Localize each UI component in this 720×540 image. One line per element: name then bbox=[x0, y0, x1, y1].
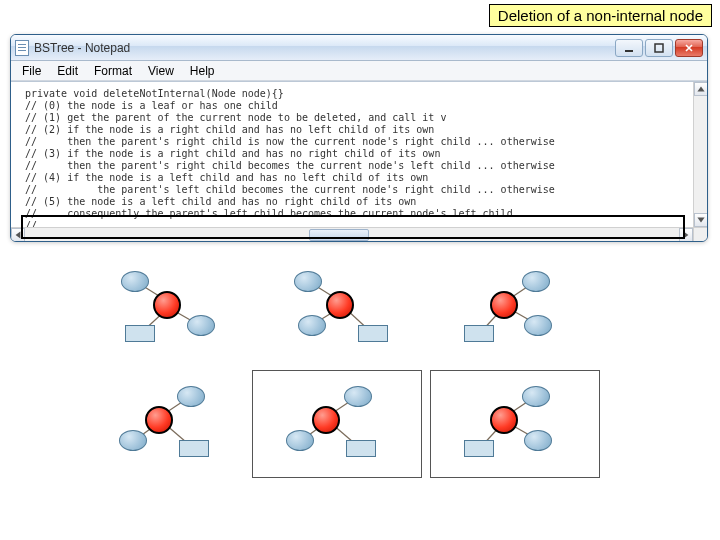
child-node bbox=[524, 315, 552, 336]
editor-area[interactable]: private void deleteNotInternal(Node node… bbox=[11, 81, 707, 227]
window-title: BSTree - Notepad bbox=[34, 41, 615, 55]
scroll-up-button[interactable] bbox=[694, 82, 707, 96]
parent-node bbox=[177, 386, 205, 407]
child-node bbox=[286, 430, 314, 451]
notepad-icon bbox=[15, 40, 29, 56]
horizontal-scrollbar[interactable] bbox=[11, 227, 693, 241]
menu-file[interactable]: File bbox=[15, 63, 48, 79]
deleted-node bbox=[490, 291, 518, 319]
child-node bbox=[524, 430, 552, 451]
parent-node bbox=[121, 271, 149, 292]
slide-title: Deletion of a non-internal node bbox=[489, 4, 712, 27]
minimize-button[interactable] bbox=[615, 39, 643, 57]
parent-node bbox=[344, 386, 372, 407]
deleted-node bbox=[145, 406, 173, 434]
notepad-window: BSTree - Notepad File Edit Format View H… bbox=[10, 34, 708, 242]
close-button[interactable] bbox=[675, 39, 703, 57]
scroll-down-button[interactable] bbox=[694, 213, 707, 227]
child-node bbox=[187, 315, 215, 336]
deleted-node bbox=[153, 291, 181, 319]
tree-case-4 bbox=[440, 265, 590, 355]
parent-node bbox=[522, 386, 550, 407]
leaf-node bbox=[358, 325, 388, 342]
titlebar[interactable]: BSTree - Notepad bbox=[11, 35, 707, 61]
tree-case-5c bbox=[440, 380, 590, 470]
leaf-node bbox=[125, 325, 155, 342]
scroll-left-button[interactable] bbox=[11, 228, 25, 242]
svg-rect-1 bbox=[655, 44, 663, 52]
menu-edit[interactable]: Edit bbox=[50, 63, 85, 79]
tree-case-5b bbox=[262, 380, 412, 470]
menubar: File Edit Format View Help bbox=[11, 61, 707, 81]
tree-case-3 bbox=[268, 265, 418, 355]
parent-node bbox=[294, 271, 322, 292]
svg-rect-0 bbox=[625, 50, 633, 52]
deleted-node bbox=[312, 406, 340, 434]
tree-case-2 bbox=[95, 265, 245, 355]
child-node bbox=[119, 430, 147, 451]
leaf-node bbox=[346, 440, 376, 457]
leaf-node bbox=[464, 440, 494, 457]
deleted-node bbox=[326, 291, 354, 319]
tree-case-5a bbox=[95, 380, 245, 470]
window-controls bbox=[615, 39, 703, 57]
scroll-thumb[interactable] bbox=[309, 229, 369, 241]
maximize-button[interactable] bbox=[645, 39, 673, 57]
leaf-node bbox=[464, 325, 494, 342]
child-node bbox=[298, 315, 326, 336]
menu-view[interactable]: View bbox=[141, 63, 181, 79]
leaf-node bbox=[179, 440, 209, 457]
deleted-node bbox=[490, 406, 518, 434]
scroll-right-button[interactable] bbox=[679, 228, 693, 242]
diagram-area bbox=[0, 260, 720, 530]
menu-format[interactable]: Format bbox=[87, 63, 139, 79]
vertical-scrollbar[interactable] bbox=[693, 82, 707, 227]
resize-grip[interactable] bbox=[693, 227, 707, 241]
menu-help[interactable]: Help bbox=[183, 63, 222, 79]
parent-node bbox=[522, 271, 550, 292]
